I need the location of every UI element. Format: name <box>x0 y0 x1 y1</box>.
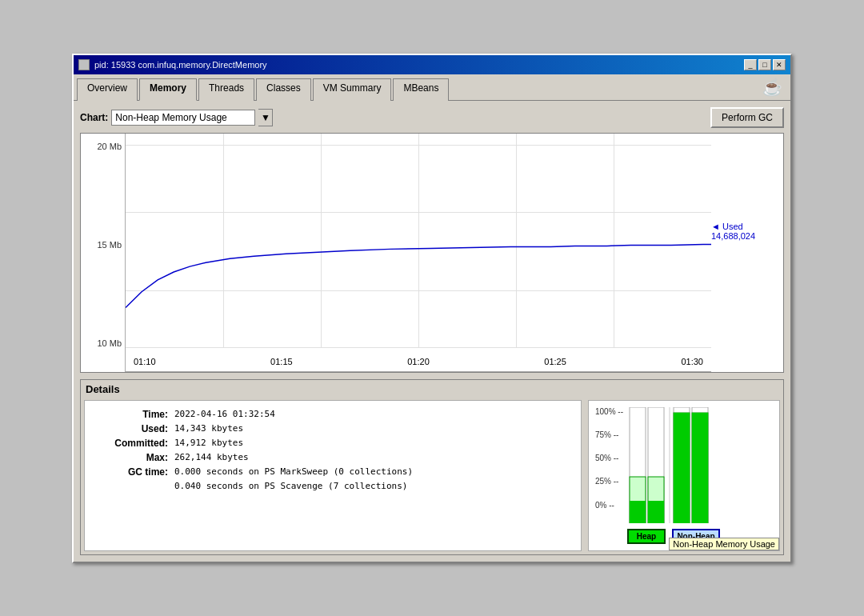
committed-value: 14,912 kbytes <box>174 438 243 449</box>
grid-line-bot <box>126 347 711 348</box>
y-label-20mb: 20 Mb <box>84 142 122 151</box>
chart-label: Chart: <box>80 112 108 123</box>
heap-label-button[interactable]: Heap <box>627 529 666 544</box>
chart-plot: 01:10 01:15 01:20 01:25 01:30 <box>125 134 711 372</box>
bar-chart-svg <box>626 407 770 523</box>
tab-threads[interactable]: Threads <box>198 78 254 101</box>
memory-chart-svg <box>126 134 711 347</box>
details-section: Details Time: 2022-04-16 01:32:54 Used: … <box>80 379 784 555</box>
gc-time-value2: 0.040 seconds on PS Scavenge (7 collecti… <box>174 481 407 491</box>
window-title: pid: 15933 com.infuq.memory.DirectMemory <box>94 60 267 70</box>
java-logo-icon: ☕ <box>762 78 782 97</box>
bar-chart-tooltip: Non-Heap Memory Usage <box>669 538 779 550</box>
title-controls: _ □ ✕ <box>744 59 786 70</box>
tab-classes[interactable]: Classes <box>256 78 311 101</box>
chart-right-annotation: ◄ Used 14,688,024 <box>711 134 783 372</box>
y-label-10mb: 10 Mb <box>84 338 122 348</box>
x-label-0125: 01:25 <box>544 357 566 366</box>
maximize-button[interactable]: □ <box>758 59 771 70</box>
gc-time-label: GC time: <box>96 466 168 478</box>
pct-50: 50% -- <box>595 454 623 462</box>
details-inner: Time: 2022-04-16 01:32:54 Used: 14,343 k… <box>84 400 780 551</box>
detail-row-committed: Committed: 14,912 kbytes <box>96 438 570 449</box>
detail-row-gc-time2: 0.040 seconds on PS Scavenge (7 collecti… <box>96 481 570 491</box>
bar-chart-container: 100% -- 75% -- 50% -- 25% -- 0% -- <box>595 407 773 527</box>
x-axis-labels: 01:10 01:15 01:20 01:25 01:30 <box>126 357 711 366</box>
pct-0: 0% -- <box>595 501 623 510</box>
select-arrow-icon[interactable]: ▼ <box>258 109 273 126</box>
app-icon <box>78 59 90 70</box>
tab-mbeans[interactable]: MBeans <box>393 78 449 101</box>
details-left-panel: Time: 2022-04-16 01:32:54 Used: 14,343 k… <box>84 400 582 551</box>
detail-row-max: Max: 262,144 kbytes <box>96 452 570 463</box>
svg-rect-12 <box>692 413 708 523</box>
annotation-label: Used <box>722 222 743 231</box>
y-axis: 20 Mb 15 Mb 10 Mb <box>81 134 125 372</box>
annotation-value: 14,688,024 <box>711 231 755 241</box>
chart-type-select[interactable]: Heap Memory UsageNon-Heap Memory Usage <box>111 110 255 126</box>
svg-rect-2 <box>630 501 646 523</box>
svg-rect-5 <box>648 501 664 523</box>
details-right-panel: 100% -- 75% -- 50% -- 25% -- 0% -- <box>588 400 780 551</box>
committed-label: Committed: <box>96 438 168 449</box>
pct-25: 25% -- <box>595 477 623 486</box>
tab-memory[interactable]: Memory <box>139 78 197 101</box>
time-value: 2022-04-16 01:32:54 <box>174 409 275 420</box>
detail-row-gc-time1: GC time: 0.000 seconds on PS MarkSweep (… <box>96 466 570 478</box>
pct-75: 75% -- <box>595 430 623 439</box>
gc-time-value1: 0.000 seconds on PS MarkSweep (0 collect… <box>174 466 413 478</box>
content-area: Chart: Heap Memory UsageNon-Heap Memory … <box>74 101 790 562</box>
detail-row-time: Time: 2022-04-16 01:32:54 <box>96 409 570 420</box>
pct-100: 100% -- <box>595 407 623 416</box>
x-label-0115: 01:15 <box>270 357 293 366</box>
max-label: Max: <box>96 452 168 463</box>
chart-selector-group: Chart: Heap Memory UsageNon-Heap Memory … <box>80 109 273 126</box>
gc-time-label2 <box>96 481 168 491</box>
main-window: pid: 15933 com.infuq.memory.DirectMemory… <box>72 54 792 563</box>
used-value: 14,343 kbytes <box>174 423 243 434</box>
y-label-15mb: 15 Mb <box>84 240 122 250</box>
chart-header: Chart: Heap Memory UsageNon-Heap Memory … <box>80 107 784 128</box>
tab-vm-summary[interactable]: VM Summary <box>313 78 392 101</box>
detail-row-used: Used: 14,343 kbytes <box>96 423 570 434</box>
minimize-button[interactable]: _ <box>744 59 757 70</box>
perform-gc-button[interactable]: Perform GC <box>710 107 784 128</box>
time-label: Time: <box>96 409 168 420</box>
chart-area: 20 Mb 15 Mb 10 Mb <box>80 133 784 373</box>
bar-pct-labels: 100% -- 75% -- 50% -- 25% -- 0% -- <box>595 407 623 511</box>
x-label-0110: 01:10 <box>134 357 156 366</box>
tab-bar: Overview Memory Threads Classes VM Summa… <box>74 74 790 101</box>
max-value: 262,144 kbytes <box>174 452 249 463</box>
tab-overview[interactable]: Overview <box>77 78 138 101</box>
annotation-arrow-icon: ◄ <box>711 222 720 231</box>
close-button[interactable]: ✕ <box>773 59 786 70</box>
x-label-0120: 01:20 <box>407 357 430 366</box>
details-title: Details <box>84 383 780 395</box>
x-label-0130: 01:30 <box>681 357 703 366</box>
svg-rect-9 <box>674 413 690 523</box>
title-bar-left: pid: 15933 com.infuq.memory.DirectMemory <box>78 59 267 70</box>
title-bar: pid: 15933 com.infuq.memory.DirectMemory… <box>74 55 790 74</box>
used-label: Used: <box>96 423 168 434</box>
